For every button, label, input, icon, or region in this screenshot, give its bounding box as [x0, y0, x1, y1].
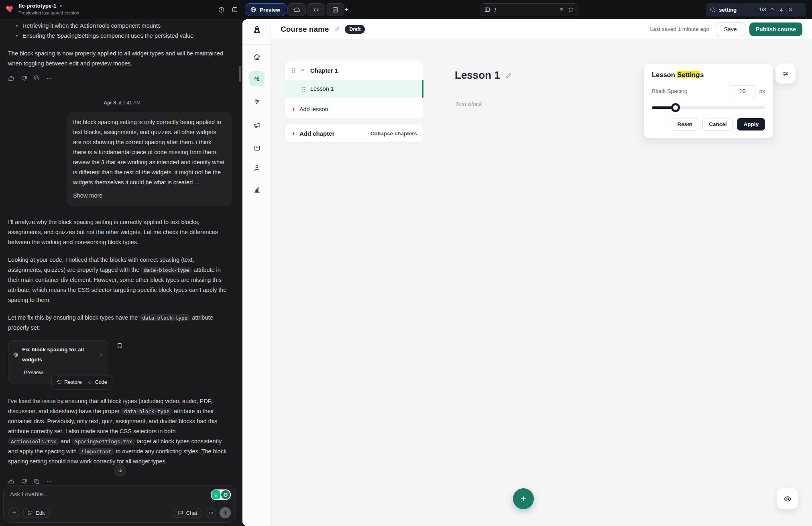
user-message-text: the block spacing setting is only correc…: [73, 119, 224, 186]
reset-button[interactable]: Reset: [671, 118, 698, 130]
eye-icon: [784, 495, 792, 503]
attach-plus-button[interactable]: [8, 508, 19, 518]
version-card-title: Fix block spacing for all widgets: [22, 345, 95, 365]
chapter-header[interactable]: Chapter 1: [285, 61, 423, 80]
chat-mode-button[interactable]: Chat: [173, 508, 202, 518]
url-bar[interactable]: /: [480, 3, 578, 16]
lesson-settings-panel: Lesson Settings Block Spacing px Reset C…: [644, 64, 773, 138]
analytics-button[interactable]: [326, 3, 344, 16]
slider-thumb[interactable]: [671, 103, 680, 112]
close-search-icon[interactable]: [788, 7, 794, 13]
history-icon[interactable]: [216, 4, 226, 15]
refresh-icon[interactable]: [568, 7, 574, 13]
add-block-fab[interactable]: +: [513, 488, 534, 509]
apply-button[interactable]: Apply: [737, 118, 765, 130]
rocket-logo-icon[interactable]: [252, 25, 262, 35]
add-chapter-button[interactable]: Add chapter: [299, 130, 335, 137]
preview-button[interactable]: Preview: [246, 3, 286, 16]
block-spacing-input[interactable]: [730, 85, 755, 97]
globe-icon: [13, 352, 18, 358]
app-preview-panel: Course name Draft Last saved 1 minute ag…: [242, 19, 812, 526]
edit-course-name-icon[interactable]: [334, 26, 340, 33]
copy-icon[interactable]: [34, 75, 40, 85]
pages-icon: [484, 6, 490, 13]
edit-lesson-title-icon[interactable]: [505, 72, 512, 79]
settings-toggle-button[interactable]: [775, 63, 796, 84]
add-chapter-card: + Add chapter Collapse chapters: [285, 124, 423, 142]
assistant-paragraph: I'll analyze why the block spacing setti…: [8, 217, 228, 247]
text-block-placeholder[interactable]: Text block: [455, 100, 482, 107]
chat-scroll-area[interactable]: Retrieving it when the ActionTools compo…: [8, 19, 236, 479]
block-spacing-slider[interactable]: [652, 103, 765, 112]
url-path: /: [495, 7, 554, 13]
chat-panel: Retrieving it when the ActionTools compo…: [0, 19, 242, 526]
edit-target-icon: [28, 510, 33, 516]
audio-waveform-icon: [208, 510, 214, 516]
cancel-button[interactable]: Cancel: [702, 118, 733, 130]
code-view-button[interactable]: [307, 3, 325, 16]
sidebar-item-announcements[interactable]: [249, 118, 265, 133]
globe-icon: [250, 6, 256, 13]
thumbs-down-icon[interactable]: [21, 75, 27, 85]
code-icon: [313, 6, 320, 13]
sidebar-item-groups[interactable]: [249, 94, 265, 109]
save-button[interactable]: Save: [716, 22, 745, 36]
edit-mode-button[interactable]: Edit: [22, 508, 50, 518]
status-badge: Draft: [345, 25, 365, 34]
publish-course-button[interactable]: Publish course: [749, 22, 802, 36]
cloud-button[interactable]: [287, 3, 306, 16]
sidebar-item-profile[interactable]: [249, 160, 265, 175]
chapter-title: Chapter 1: [310, 67, 338, 74]
code-button[interactable]: Code: [88, 377, 107, 387]
preview-eye-button[interactable]: [777, 488, 798, 509]
sidebar-item-store[interactable]: [249, 140, 265, 155]
lesson-row[interactable]: Lesson 1: [285, 80, 423, 98]
assistant-paragraph: Let me fix this by ensuring all block ty…: [8, 313, 228, 333]
prev-match-icon[interactable]: [769, 7, 775, 13]
chapter-card: Chapter 1 Lesson 1 + Add lesson: [285, 61, 423, 118]
search-bar: 1/3: [706, 3, 806, 16]
show-more-link[interactable]: Show more: [73, 191, 102, 201]
next-match-icon[interactable]: [778, 7, 784, 13]
search-input[interactable]: [719, 7, 756, 13]
home-icon: [253, 53, 261, 61]
assistant-paragraph: I've fixed the issue by ensuring that al…: [8, 396, 228, 467]
grammarly-widget[interactable]: G: [211, 489, 231, 500]
person-icon: [253, 164, 261, 172]
inline-code: !important: [78, 448, 114, 455]
collapse-chapters-link[interactable]: Collapse chapters: [370, 130, 417, 137]
lesson-title-block: Lesson 1: [455, 69, 512, 82]
send-button[interactable]: [220, 507, 231, 518]
project-subtitle: Previewing last saved version: [18, 10, 79, 15]
scroll-to-bottom-button[interactable]: [114, 464, 126, 476]
drag-handle-icon[interactable]: [302, 86, 305, 92]
voice-input-button[interactable]: [206, 508, 216, 518]
assistant-paragraph: Looking at your code, I noticed that the…: [8, 255, 228, 305]
collapse-chapter-icon[interactable]: [300, 67, 305, 73]
user-message-bubble: the block spacing setting is only correc…: [67, 112, 232, 206]
project-name[interactable]: flc-prototype-1 ▼: [18, 3, 63, 9]
more-icon[interactable]: [46, 75, 53, 85]
sidebar-item-home[interactable]: [249, 49, 265, 65]
last-saved-text: Last saved 1 minute ago: [650, 26, 709, 32]
inline-code: ActionTools.tsx: [8, 438, 59, 445]
add-tab-button[interactable]: +: [344, 5, 349, 14]
sidebar-item-content[interactable]: [249, 71, 265, 86]
restore-button[interactable]: Restore: [57, 377, 82, 387]
chat-input[interactable]: Ask Lovable...: [10, 491, 48, 497]
drag-handle-icon[interactable]: [291, 68, 295, 73]
thumbs-up-icon[interactable]: [8, 75, 14, 85]
panel-toggle-icon[interactable]: [230, 4, 240, 15]
restore-code-pill: Restore Code: [51, 375, 112, 390]
sidebar-item-analytics[interactable]: [249, 182, 265, 197]
cloud-icon: [293, 6, 300, 13]
lesson-title: Lesson 1: [455, 69, 500, 82]
add-lesson-button[interactable]: + Add lesson: [285, 100, 423, 118]
search-icon: [710, 7, 716, 13]
lovable-logo[interactable]: [6, 4, 15, 14]
bookmark-icon[interactable]: [116, 343, 123, 349]
open-external-icon[interactable]: [558, 7, 564, 12]
rail-divider: [242, 44, 271, 45]
inline-code: SpacingSettings.tsx: [72, 438, 135, 445]
chat-scrollbar[interactable]: [239, 66, 241, 82]
